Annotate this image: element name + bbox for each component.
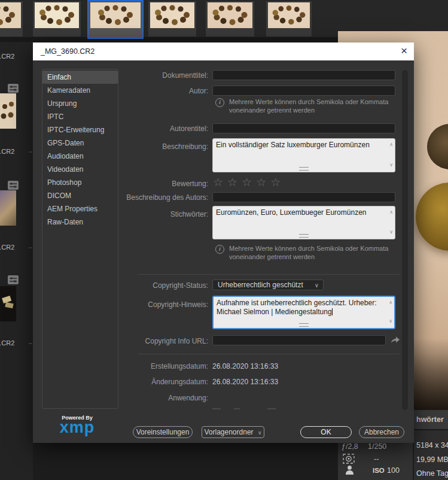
xmp-wordmark: xmp: [41, 420, 113, 435]
section-divider: [138, 354, 400, 354]
star-icon[interactable]: ☆: [227, 176, 242, 189]
beschreibung-textarea[interactable]: Ein vollständiger Satz luxemburger Eurom…: [212, 138, 395, 172]
autorentitel-label: Autorentitel:: [69, 124, 208, 133]
copyright-hinweis-textarea[interactable]: Aufnahme ist urheberrechtlich geschützt.…: [212, 296, 395, 329]
star-icon[interactable]: ☆: [270, 176, 285, 189]
section-divider: [138, 274, 400, 275]
bridge-app-window: 88.CR2 96.CR2 04.CR2 59.CR2 ƒ/2,8 1/250: [0, 0, 448, 480]
beschreibung-des-autors-label: Beschreibung des Autors:: [69, 193, 208, 202]
thumbnail-cell[interactable]: [206, 1, 254, 37]
copyright-status-label: Copyright-Status:: [69, 281, 208, 290]
dokumenttitel-input[interactable]: [212, 70, 395, 80]
abbrechen-button[interactable]: Abbrechen: [359, 426, 404, 438]
person-icon: [345, 465, 354, 477]
coin-thumbnail-image: [208, 2, 252, 28]
scroll-up-icon[interactable]: ∧: [389, 208, 393, 217]
ok-button[interactable]: OK: [300, 426, 352, 438]
develop-settings-badge-icon: [8, 181, 19, 190]
voreinstellungen-button[interactable]: Voreinstellungen: [133, 426, 193, 438]
develop-settings-badge-icon: [8, 275, 19, 284]
dark-banknote-thumbnail[interactable]: [0, 286, 16, 321]
resize-grip[interactable]: [299, 167, 309, 171]
copyright-info-url-label: Copyright Info URL:: [69, 337, 208, 345]
file-name[interactable]: 88.CR2: [0, 53, 20, 60]
dialog-title-bar[interactable]: _MG_3690.CR2 ×: [33, 42, 414, 60]
sidebar-item-ursprung[interactable]: Ursprung: [42, 97, 118, 110]
beschreibung-des-autors-input[interactable]: [212, 192, 395, 202]
file-size: 19,99 MB: [416, 455, 448, 464]
copyright-info-url-input[interactable]: [212, 335, 386, 345]
coin-scatter-thumbnail[interactable]: [0, 93, 16, 129]
stichwoerter-label: Stichwörter:: [69, 210, 208, 218]
coin-thumbnail-image: [268, 2, 310, 28]
thumbnail-cell[interactable]: [0, 1, 23, 37]
scroll-up-icon[interactable]: ∧: [389, 298, 392, 307]
autorentitel-input[interactable]: [212, 123, 395, 133]
panel-header[interactable]: hwörter: [414, 410, 448, 429]
scroll-down-icon[interactable]: ∨: [389, 317, 392, 326]
sidebar-item-videodaten[interactable]: Videodaten: [42, 163, 118, 176]
coin-thumbnail-image: [0, 2, 21, 28]
clipped-row-fragment: [267, 408, 276, 409]
panel-divider: [414, 429, 448, 430]
keywords-panel-fragment: hwörter 5184 x 34 19,99 MB Ohne Tag: [414, 410, 448, 480]
close-icon[interactable]: ×: [401, 45, 407, 57]
chevron-down-icon: ∨: [315, 281, 319, 290]
dark-coin-in-preview: [427, 124, 448, 169]
thumbnail-cell[interactable]: [266, 1, 312, 37]
scroll-up-icon[interactable]: ∧: [389, 140, 393, 149]
erstellungsdatum-label: Erstellungsdatum:: [69, 362, 208, 370]
gold-coin-in-preview: [416, 183, 448, 251]
aenderungsdatum-value: 26.08.2020 13:16:33: [212, 378, 278, 386]
scroll-down-icon[interactable]: ∨: [389, 160, 393, 169]
panel-header-label: hwörter: [416, 415, 444, 424]
file-name[interactable]: 59.CR2: [0, 339, 20, 347]
xmp-logo: Powered By xmp: [41, 415, 113, 435]
sidebar-item-audiodaten[interactable]: Audiodaten: [42, 150, 118, 163]
anwendung-label: Anwendung:: [69, 394, 208, 402]
beschreibung-label: Beschreibung:: [69, 142, 208, 151]
sidebar-item-iptc[interactable]: IPTC: [42, 110, 118, 123]
dialog-sidebar: Einfach Kameradaten Ursprung IPTC IPTC-E…: [42, 69, 118, 409]
scroll-tick: [29, 343, 32, 344]
star-icon[interactable]: ☆: [256, 176, 270, 189]
star-icon[interactable]: ☆: [242, 176, 256, 189]
tags-status: Ohne Tag: [416, 469, 448, 478]
resize-grip[interactable]: [299, 234, 309, 238]
copyright-hinweis-label: Copyright-Hinweis:: [69, 300, 208, 309]
metadata-placard: ƒ/2,8 1/250 -- ISO 100: [338, 437, 413, 480]
file-name[interactable]: 96.CR2: [0, 148, 20, 155]
thumbnail-cell[interactable]: [148, 1, 196, 37]
dialog-scrollbar[interactable]: [402, 70, 408, 410]
star-icon[interactable]: ☆: [213, 176, 227, 189]
beschreibung-text: Ein vollständiger Satz luxemburger Eurom…: [216, 141, 370, 149]
stichwoerter-text: Euromünzen, Euro, Luxembueger Euromünzen: [216, 208, 366, 217]
copyright-status-dropdown[interactable]: Urheberrechtlich geschützt ∨: [212, 280, 324, 290]
scroll-down-icon[interactable]: ∨: [389, 227, 393, 236]
metering-mode-icon: [343, 454, 355, 466]
text-cursor: [332, 308, 333, 315]
autor-label: Autor:: [69, 87, 208, 95]
erstellungsdatum-value: 26.08.2020 13:16:33: [212, 362, 278, 370]
vorlagenordner-dropdown-button[interactable]: Vorlagenordner ∨: [202, 426, 264, 438]
rating-stars: ☆☆☆☆☆: [213, 175, 285, 189]
info-icon: i: [215, 98, 224, 107]
resize-grip[interactable]: [299, 323, 309, 327]
thumbnail-cell[interactable]: [33, 1, 81, 37]
scroll-tick: [29, 247, 32, 248]
stichwoerter-textarea[interactable]: Euromünzen, Euro, Luxembueger Euromünzen…: [212, 206, 395, 239]
copyright-status-value: Urheberrechtlich geschützt: [218, 281, 303, 289]
clipped-row-fragment: [234, 408, 240, 409]
banknote-thumbnail[interactable]: [0, 190, 16, 226]
go-to-url-arrow-icon[interactable]: [391, 335, 400, 343]
autor-input[interactable]: [212, 86, 395, 96]
thumbnail-cell-selected[interactable]: [87, 0, 144, 39]
coin-thumbnail-image: [90, 2, 141, 28]
develop-settings-badge-icon: [8, 84, 19, 93]
file-name[interactable]: 04.CR2: [0, 244, 20, 251]
chevron-down-icon: ∨: [258, 430, 262, 436]
info-icon: i: [215, 245, 224, 254]
copyright-hinweis-text: Aufnahme ist urheberrechtlich geschützt.…: [217, 299, 376, 316]
aenderungsdatum-label: Änderungsdatum:: [69, 378, 208, 386]
dokumenttitel-label: Dokumenttitel:: [69, 71, 208, 80]
